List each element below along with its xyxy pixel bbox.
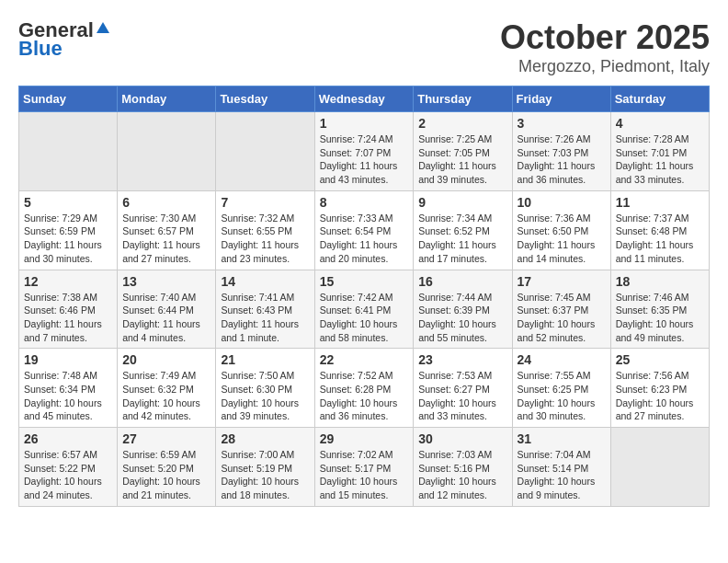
day-number: 29 xyxy=(320,431,409,446)
calendar-cell: 17Sunrise: 7:45 AMSunset: 6:37 PMDayligh… xyxy=(512,270,610,349)
day-number: 17 xyxy=(518,274,606,289)
day-info: Sunrise: 7:25 AMSunset: 7:05 PMDaylight:… xyxy=(418,132,506,187)
day-header-sunday: Sunday xyxy=(19,86,118,112)
day-header-thursday: Thursday xyxy=(414,86,512,112)
day-info: Sunrise: 7:50 AMSunset: 6:30 PMDaylight:… xyxy=(221,369,309,423)
day-info: Sunrise: 7:36 AMSunset: 6:50 PMDaylight:… xyxy=(518,212,606,266)
day-info: Sunrise: 7:49 AMSunset: 6:32 PMDaylight:… xyxy=(122,369,210,423)
day-info: Sunrise: 7:45 AMSunset: 6:37 PMDaylight:… xyxy=(518,291,606,345)
day-number: 18 xyxy=(616,274,704,289)
calendar-cell: 26Sunrise: 6:57 AMSunset: 5:22 PMDayligh… xyxy=(19,428,118,507)
page-header: General Blue October 2025 Mergozzo, Pied… xyxy=(18,18,710,76)
day-info: Sunrise: 7:42 AMSunset: 6:41 PMDaylight:… xyxy=(320,291,409,345)
day-info: Sunrise: 7:00 AMSunset: 5:19 PMDaylight:… xyxy=(221,448,309,502)
day-info: Sunrise: 7:37 AMSunset: 6:48 PMDaylight:… xyxy=(616,212,704,266)
day-info: Sunrise: 7:03 AMSunset: 5:16 PMDaylight:… xyxy=(418,448,506,502)
day-number: 13 xyxy=(122,274,210,289)
day-number: 8 xyxy=(320,195,409,210)
calendar-cell: 3Sunrise: 7:26 AMSunset: 7:03 PMDaylight… xyxy=(512,112,610,191)
day-number: 22 xyxy=(320,352,409,367)
day-info: Sunrise: 7:28 AMSunset: 7:01 PMDaylight:… xyxy=(616,132,704,187)
day-info: Sunrise: 7:24 AMSunset: 7:07 PMDaylight:… xyxy=(320,132,409,187)
day-info: Sunrise: 7:52 AMSunset: 6:28 PMDaylight:… xyxy=(320,369,409,423)
day-header-friday: Friday xyxy=(512,86,610,112)
calendar-cell: 9Sunrise: 7:34 AMSunset: 6:52 PMDaylight… xyxy=(414,190,512,270)
day-header-tuesday: Tuesday xyxy=(216,86,314,112)
day-number: 14 xyxy=(221,274,309,289)
calendar-cell: 28Sunrise: 7:00 AMSunset: 5:19 PMDayligh… xyxy=(216,428,314,507)
calendar-cell: 23Sunrise: 7:53 AMSunset: 6:27 PMDayligh… xyxy=(414,349,512,428)
day-info: Sunrise: 7:48 AMSunset: 6:34 PMDaylight:… xyxy=(24,369,112,423)
calendar-cell: 8Sunrise: 7:33 AMSunset: 6:54 PMDaylight… xyxy=(314,190,414,270)
calendar-cell: 6Sunrise: 7:30 AMSunset: 6:57 PMDaylight… xyxy=(118,190,216,270)
day-number: 4 xyxy=(616,116,704,131)
calendar-cell: 11Sunrise: 7:37 AMSunset: 6:48 PMDayligh… xyxy=(610,190,709,270)
day-number: 27 xyxy=(122,431,210,446)
day-number: 23 xyxy=(418,352,506,367)
day-number: 12 xyxy=(24,274,112,289)
calendar-cell: 25Sunrise: 7:56 AMSunset: 6:23 PMDayligh… xyxy=(610,349,709,428)
logo-icon xyxy=(95,20,111,37)
calendar-week-row: 5Sunrise: 7:29 AMSunset: 6:59 PMDaylight… xyxy=(19,190,710,270)
calendar-week-row: 19Sunrise: 7:48 AMSunset: 6:34 PMDayligh… xyxy=(19,349,710,428)
day-info: Sunrise: 7:40 AMSunset: 6:44 PMDaylight:… xyxy=(122,291,210,345)
day-number: 31 xyxy=(518,431,606,446)
day-number: 19 xyxy=(24,352,112,367)
calendar-cell: 20Sunrise: 7:49 AMSunset: 6:32 PMDayligh… xyxy=(118,349,216,428)
calendar-table: SundayMondayTuesdayWednesdayThursdayFrid… xyxy=(18,86,710,507)
calendar-cell xyxy=(216,112,314,191)
day-number: 20 xyxy=(122,352,210,367)
day-info: Sunrise: 7:04 AMSunset: 5:14 PMDaylight:… xyxy=(518,448,606,502)
day-info: Sunrise: 7:30 AMSunset: 6:57 PMDaylight:… xyxy=(122,212,210,266)
day-info: Sunrise: 7:56 AMSunset: 6:23 PMDaylight:… xyxy=(616,369,704,423)
calendar-cell: 15Sunrise: 7:42 AMSunset: 6:41 PMDayligh… xyxy=(314,270,414,349)
day-number: 5 xyxy=(24,195,112,210)
calendar-week-row: 26Sunrise: 6:57 AMSunset: 5:22 PMDayligh… xyxy=(19,428,710,507)
day-info: Sunrise: 7:33 AMSunset: 6:54 PMDaylight:… xyxy=(320,212,409,266)
calendar-cell: 29Sunrise: 7:02 AMSunset: 5:17 PMDayligh… xyxy=(314,428,414,507)
day-number: 6 xyxy=(122,195,210,210)
calendar-cell: 2Sunrise: 7:25 AMSunset: 7:05 PMDaylight… xyxy=(414,112,512,191)
day-info: Sunrise: 7:44 AMSunset: 6:39 PMDaylight:… xyxy=(418,291,506,345)
calendar-cell: 18Sunrise: 7:46 AMSunset: 6:35 PMDayligh… xyxy=(610,270,709,349)
logo-blue: Blue xyxy=(18,37,63,61)
svg-marker-0 xyxy=(97,22,109,33)
day-number: 3 xyxy=(518,116,606,131)
calendar-cell xyxy=(19,112,118,191)
day-info: Sunrise: 7:38 AMSunset: 6:46 PMDaylight:… xyxy=(24,291,112,345)
day-info: Sunrise: 7:46 AMSunset: 6:35 PMDaylight:… xyxy=(616,291,704,345)
day-number: 15 xyxy=(320,274,409,289)
day-info: Sunrise: 7:34 AMSunset: 6:52 PMDaylight:… xyxy=(418,212,506,266)
logo: General Blue xyxy=(18,18,111,61)
day-info: Sunrise: 7:26 AMSunset: 7:03 PMDaylight:… xyxy=(518,132,606,187)
day-header-saturday: Saturday xyxy=(610,86,709,112)
day-number: 24 xyxy=(518,352,606,367)
calendar-cell: 21Sunrise: 7:50 AMSunset: 6:30 PMDayligh… xyxy=(216,349,314,428)
calendar-cell: 24Sunrise: 7:55 AMSunset: 6:25 PMDayligh… xyxy=(512,349,610,428)
calendar-subtitle: Mergozzo, Piedmont, Italy xyxy=(500,57,710,76)
day-header-wednesday: Wednesday xyxy=(314,86,414,112)
calendar-cell: 1Sunrise: 7:24 AMSunset: 7:07 PMDaylight… xyxy=(314,112,414,191)
calendar-cell: 5Sunrise: 7:29 AMSunset: 6:59 PMDaylight… xyxy=(19,190,118,270)
calendar-cell: 22Sunrise: 7:52 AMSunset: 6:28 PMDayligh… xyxy=(314,349,414,428)
title-block: October 2025 Mergozzo, Piedmont, Italy xyxy=(500,18,710,76)
day-number: 9 xyxy=(418,195,506,210)
day-info: Sunrise: 7:29 AMSunset: 6:59 PMDaylight:… xyxy=(24,212,112,266)
day-number: 10 xyxy=(518,195,606,210)
calendar-cell: 13Sunrise: 7:40 AMSunset: 6:44 PMDayligh… xyxy=(118,270,216,349)
day-number: 1 xyxy=(320,116,409,131)
day-number: 25 xyxy=(616,352,704,367)
day-info: Sunrise: 7:55 AMSunset: 6:25 PMDaylight:… xyxy=(518,369,606,423)
calendar-cell: 16Sunrise: 7:44 AMSunset: 6:39 PMDayligh… xyxy=(414,270,512,349)
calendar-cell: 12Sunrise: 7:38 AMSunset: 6:46 PMDayligh… xyxy=(19,270,118,349)
calendar-cell: 4Sunrise: 7:28 AMSunset: 7:01 PMDaylight… xyxy=(610,112,709,191)
calendar-cell xyxy=(118,112,216,191)
day-number: 30 xyxy=(418,431,506,446)
calendar-cell: 31Sunrise: 7:04 AMSunset: 5:14 PMDayligh… xyxy=(512,428,610,507)
day-number: 7 xyxy=(221,195,309,210)
calendar-cell: 7Sunrise: 7:32 AMSunset: 6:55 PMDaylight… xyxy=(216,190,314,270)
calendar-cell: 27Sunrise: 6:59 AMSunset: 5:20 PMDayligh… xyxy=(118,428,216,507)
day-number: 11 xyxy=(616,195,704,210)
calendar-header-row: SundayMondayTuesdayWednesdayThursdayFrid… xyxy=(19,86,710,112)
day-number: 16 xyxy=(418,274,506,289)
